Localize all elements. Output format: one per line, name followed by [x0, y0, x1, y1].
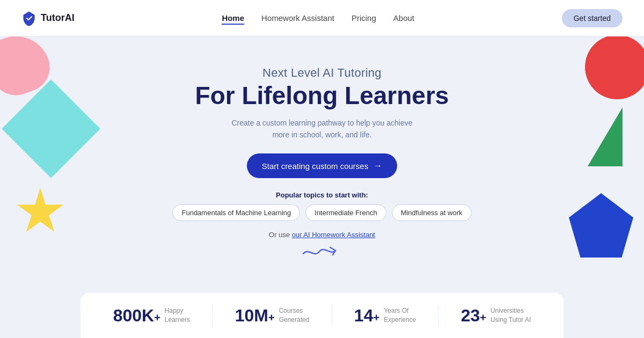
or-use-section: Or use our AI Homework Assistant [0, 231, 644, 239]
hero-section: Next Level AI Tutoring For Lifelong Lear… [0, 36, 644, 178]
topic-mindfulness[interactable]: Mindfulness at work [392, 204, 472, 221]
stat-universities-number: 23+ [461, 306, 486, 326]
popular-topics-label: Popular topics to start with: [0, 191, 644, 199]
nav-links: Home Homework Assistant Pricing About [222, 13, 414, 23]
nav-home[interactable]: Home [222, 13, 244, 25]
stat-learners: 800K+ HappyLearners [113, 306, 191, 326]
cta-label: Start creating custom courses [262, 161, 368, 171]
or-use-text: Or use [269, 231, 292, 239]
homework-assistant-link[interactable]: our AI Homework Assistant [292, 231, 375, 239]
stat-courses: 10M+ CoursesGenerated [235, 306, 310, 326]
stat-courses-label: CoursesGenerated [279, 306, 310, 325]
arrow-squiggle [301, 242, 343, 258]
topic-french[interactable]: Intermediate French [305, 204, 386, 221]
brand-name: TutorAI [41, 12, 75, 24]
logo-icon [21, 11, 36, 26]
stat-experience-number: 14+ [354, 306, 379, 326]
nav-homework-assistant[interactable]: Homework Assistant [261, 13, 334, 23]
stat-experience-label: Years OfExperience [384, 306, 416, 325]
stat-universities: 23+ UniversitiesUsing Tutor AI [461, 306, 531, 326]
logo[interactable]: TutorAI [21, 11, 75, 26]
stat-universities-label: UniversitiesUsing Tutor AI [491, 306, 531, 325]
stats-bar: 800K+ HappyLearners 10M+ CoursesGenerate… [80, 293, 564, 338]
hero-subtitle: Next Level AI Tutoring [0, 66, 644, 80]
hero-description: Create a custom learning pathway to help… [0, 117, 644, 141]
stat-experience: 14+ Years OfExperience [354, 306, 416, 326]
cta-arrow: → [374, 161, 382, 171]
nav-pricing[interactable]: Pricing [352, 13, 376, 23]
popular-topics-section: Popular topics to start with: Fundamenta… [0, 191, 644, 221]
get-started-button[interactable]: Get started [562, 9, 623, 27]
stat-learners-number: 800K+ [113, 306, 160, 326]
stat-divider-3 [438, 305, 438, 326]
topic-machine-learning[interactable]: Fundamentals of Machine Learning [172, 204, 300, 221]
stat-learners-label: HappyLearners [165, 306, 190, 325]
topic-pills-container: Fundamentals of Machine Learning Interme… [0, 204, 644, 221]
stat-divider-1 [212, 305, 213, 326]
navbar: TutorAI Home Homework Assistant Pricing … [0, 0, 644, 36]
nav-about[interactable]: About [393, 13, 414, 23]
stat-divider-2 [332, 305, 332, 326]
hero-title: For Lifelong Learners [0, 82, 644, 109]
start-creating-button[interactable]: Start creating custom courses → [247, 153, 397, 178]
stat-courses-number: 10M+ [235, 306, 275, 326]
